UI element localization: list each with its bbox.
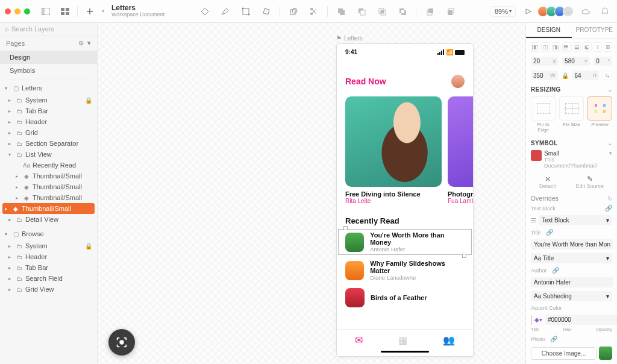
x-field[interactable]: X xyxy=(531,57,559,66)
title-override-input[interactable] xyxy=(531,239,613,249)
close-window-button[interactable] xyxy=(5,8,11,14)
lock-aspect-icon[interactable]: 🔒 xyxy=(562,72,569,79)
view-grid-button[interactable] xyxy=(58,4,72,19)
play-preview-button[interactable] xyxy=(521,4,535,19)
artboard-letters[interactable]: ▾▢ Letters xyxy=(0,83,97,93)
layer-list-view[interactable]: ▾🗀List View xyxy=(0,149,97,160)
tab-bar: ✉ ▦ 👥 xyxy=(337,329,473,348)
thumbnail xyxy=(345,288,365,307)
layer-grid-view[interactable]: ▸🗀Grid View xyxy=(0,284,97,295)
align-bottom-button[interactable]: ⬕ xyxy=(583,42,591,52)
layer-section-separator[interactable]: ▸🗀Section Separator xyxy=(0,138,97,149)
rotation-field[interactable]: ° xyxy=(594,57,612,66)
union-button[interactable] xyxy=(334,4,348,19)
layer-system[interactable]: ▸🗀System🔒 xyxy=(0,240,97,251)
choose-image-button[interactable]: Choose Image... xyxy=(531,347,597,360)
artboard-label[interactable]: ⚑ Letters xyxy=(336,35,363,42)
resize-preview-button[interactable] xyxy=(587,96,612,121)
symbol-chevron-icon[interactable]: ▾ xyxy=(609,150,612,156)
layer-detail-view[interactable]: ▸🗀Detail View xyxy=(0,214,97,225)
align-left-button[interactable]: |◧ xyxy=(531,42,539,52)
svg-rect-15 xyxy=(340,10,345,15)
maximize-window-button[interactable] xyxy=(24,8,30,14)
sidebar-toggle-button[interactable] xyxy=(39,4,53,19)
artboard-phone[interactable]: 9:41 📶 Read Now Free Diving into Silence xyxy=(336,43,474,357)
intersect-button[interactable] xyxy=(375,4,389,19)
edit-button[interactable] xyxy=(218,4,233,19)
backward-button[interactable] xyxy=(443,4,457,19)
width-field[interactable]: W xyxy=(531,71,558,80)
distribute-button[interactable]: ⫴ xyxy=(594,42,602,52)
height-field[interactable]: H xyxy=(572,71,600,80)
zoom-select[interactable]: 89% ▾ xyxy=(490,6,516,17)
card-author: Rita Leite xyxy=(345,198,442,204)
layer-thumbnail-small[interactable]: ▸◆Thumbnail/Small xyxy=(0,171,97,181)
title-style-select[interactable]: Aa Title▾ xyxy=(531,253,612,263)
scissors-button[interactable] xyxy=(307,4,321,19)
cloud-button[interactable] xyxy=(578,4,593,19)
layer-header..[interactable]: ▸🗀Header xyxy=(0,251,97,262)
collaborators[interactable]: … xyxy=(540,6,574,17)
canvas[interactable]: ⚑ Letters 9:41 📶 Read Now xyxy=(98,23,525,364)
create-symbol-button[interactable] xyxy=(198,4,212,19)
page-item-symbols[interactable]: Symbols xyxy=(0,64,97,77)
author-override-input[interactable] xyxy=(531,277,613,287)
align-middle-button[interactable]: ⬓ xyxy=(572,42,581,52)
layer-grid[interactable]: ▸🗀Grid xyxy=(0,127,97,138)
color-chip[interactable] xyxy=(531,315,532,325)
tab-prototype[interactable]: PROTOTYPE xyxy=(572,23,618,38)
y-field[interactable]: Y xyxy=(562,57,590,66)
link-icon: 🔗 xyxy=(552,267,559,274)
notifications-button[interactable] xyxy=(598,4,612,19)
resize-label: Preview xyxy=(587,122,612,133)
resize-pin-button[interactable] xyxy=(531,96,556,121)
author-style-select[interactable]: Aa Subheding▾ xyxy=(531,291,612,301)
section-chevron-icon[interactable]: ⌄ xyxy=(607,140,612,146)
tidy-button[interactable]: ⊞ xyxy=(604,42,612,52)
flip-h-button[interactable]: ⇋ xyxy=(603,71,612,80)
pages-chevron-icon[interactable]: ▾ xyxy=(87,39,91,47)
layer-thumbnail-small-selected[interactable]: ▸◆Thumbnail/Small xyxy=(2,203,95,214)
layer-thumbnail-small[interactable]: ▸◆Thumbnail/Small xyxy=(0,192,97,203)
google-lens-badge[interactable] xyxy=(108,329,135,356)
inspector: DESIGN PROTOTYPE |◧ ◫ ◨| ⬒ ⬓ ⬕ ⫴ ⊞ X Y °… xyxy=(525,23,617,364)
color-menu-icon[interactable]: ◆▾ xyxy=(534,316,542,323)
align-right-button[interactable]: ◨| xyxy=(552,42,560,52)
transform-button[interactable] xyxy=(239,4,253,19)
list-item-selected[interactable]: You're Worth More than Money Antonin Haf… xyxy=(337,228,473,256)
insert-chevron-icon[interactable]: ▾ xyxy=(102,8,104,14)
search-layers-input[interactable]: ⌕ Search Layers xyxy=(0,23,97,36)
page-item-design[interactable]: Design xyxy=(0,51,97,64)
edit-source-button[interactable]: ✎ Edit Source xyxy=(575,175,604,189)
app-header: Read Now xyxy=(337,60,473,93)
layer-tab-bar[interactable]: ▸🗀Tab Bar xyxy=(0,262,97,273)
detach-button[interactable]: ⤫ Detach xyxy=(539,175,557,189)
layer-system[interactable]: ▸🗀System🔒 xyxy=(0,95,97,105)
align-center-h-button[interactable]: ◫ xyxy=(541,42,550,52)
tab-people-icon: 👥 xyxy=(443,334,455,346)
resize-fix-button[interactable] xyxy=(559,96,584,121)
reset-overrides-button[interactable]: ↻ xyxy=(607,195,612,202)
artboard-browse[interactable]: ▾▢ Browse xyxy=(0,228,97,239)
svg-point-28 xyxy=(119,340,124,344)
insert-button[interactable] xyxy=(83,4,97,19)
rotate-button[interactable] xyxy=(259,4,274,19)
tab-design[interactable]: DESIGN xyxy=(526,23,572,38)
section-chevron-icon[interactable]: ⌄ xyxy=(607,86,612,93)
subtract-button[interactable] xyxy=(354,4,369,19)
layer-label: Thumbnail/Small xyxy=(33,183,82,190)
mask-button[interactable] xyxy=(286,4,301,19)
align-top-button[interactable]: ⬒ xyxy=(562,42,571,52)
layer-tab-bar[interactable]: ▸🗀Tab Bar xyxy=(0,105,97,116)
add-page-button[interactable]: ⊕ xyxy=(78,39,84,47)
forward-button[interactable] xyxy=(422,4,437,19)
minimize-window-button[interactable] xyxy=(14,8,20,14)
textblock-select[interactable]: Text Block▾ xyxy=(539,215,612,225)
card-author: Fua Lamba xyxy=(448,198,473,204)
layer-recently-read[interactable]: AaRecently Read xyxy=(0,160,97,171)
hex-input[interactable] xyxy=(545,315,617,325)
layer-thumbnail-small[interactable]: ▸◆Thumbnail/Small xyxy=(0,181,97,192)
difference-button[interactable] xyxy=(395,4,410,19)
layer-search-field[interactable]: ▸🗀Search Field xyxy=(0,273,97,284)
layer-header[interactable]: ▸🗀Header xyxy=(0,116,97,127)
